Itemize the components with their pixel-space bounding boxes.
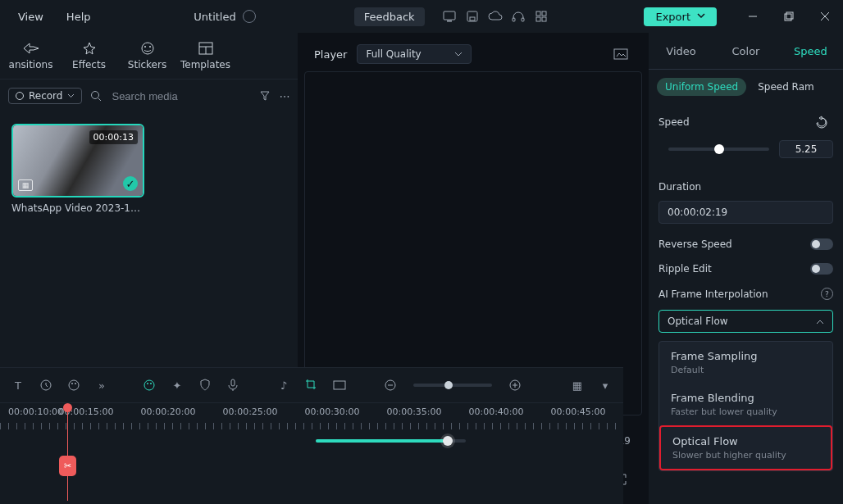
doc-status-icon [243,10,256,23]
search-icon [90,90,102,102]
playhead[interactable]: ✂ [67,406,68,501]
svg-point-24 [75,383,76,384]
layout-grid-icon[interactable]: ▦ [569,377,586,393]
svg-rect-28 [231,379,235,386]
menu-help[interactable]: Help [55,6,103,28]
svg-rect-3 [470,17,475,20]
speed-value[interactable]: 5.25 [779,140,833,158]
tab-transitions[interactable]: ansitions [2,41,60,70]
sparkle-icon[interactable]: ✦ [169,377,185,393]
ruler-label: 00:00:35:00 [386,406,441,417]
svg-line-20 [98,98,101,101]
interpolation-options: Frame Sampling Default Frame Blending Fa… [658,341,833,471]
svg-rect-11 [785,14,791,20]
chevron-down-icon [454,52,463,57]
duration-label: Duration [658,181,701,193]
media-clip[interactable]: 00:00:13 ▦ ✓ [11,124,144,198]
tab-color[interactable]: Color [713,45,778,57]
maximize-button[interactable] [777,5,800,28]
ruler-label: 00:00:25:00 [222,406,277,417]
svg-rect-35 [614,49,627,59]
headphones-icon[interactable] [507,5,530,28]
svg-rect-0 [444,11,455,20]
help-icon[interactable]: ? [821,288,833,300]
more-icon[interactable]: ⋯ [279,84,289,107]
ripple-toggle[interactable] [810,263,833,275]
ruler-label: 00:00:20:00 [140,406,195,417]
quality-select[interactable]: Full Quality [357,44,471,64]
record-dropdown[interactable]: Record [8,88,82,104]
filter-icon[interactable] [259,84,271,107]
document-title: Untitled [194,10,255,23]
zoom-out-icon[interactable] [382,377,399,393]
tab-effects[interactable]: Effects [60,41,118,70]
device-icon[interactable] [438,5,461,28]
option-frame-blending[interactable]: Frame Blending Faster but lower quality [659,384,832,425]
zoom-slider[interactable] [413,384,492,387]
zoom-in-icon[interactable] [507,377,523,393]
speed-slider[interactable] [668,148,769,151]
document-title-text: Untitled [194,11,235,23]
player-label: Player [314,48,347,61]
duration-input[interactable]: 00:00:02:19 [658,201,833,224]
mode-speed-ramp[interactable]: Speed Ram [753,78,819,96]
option-frame-sampling[interactable]: Frame Sampling Default [659,342,832,384]
search-input[interactable] [110,89,251,103]
clip-duration: 00:00:13 [89,130,138,144]
scissors-icon[interactable]: ✂ [59,456,76,476]
svg-point-15 [149,46,151,48]
svg-point-13 [142,43,153,54]
mic-icon[interactable] [225,377,241,393]
interpolation-select[interactable]: Optical Flow [658,310,833,333]
ruler-label: 00:00:45:00 [550,406,605,417]
preview-area [304,71,642,415]
svg-rect-2 [467,11,477,21]
close-button[interactable] [813,5,836,28]
ruler-label: 00:00:10:00 [8,406,63,417]
shield-icon[interactable] [197,377,213,393]
clock-icon[interactable] [38,377,54,393]
frame-icon[interactable] [331,377,348,393]
chevron-up-icon [816,319,824,325]
cloud-icon[interactable] [484,5,507,28]
timeline-ruler[interactable]: 00:00:10:00 00:00:15:00 00:00:20:00 00:0… [0,406,623,429]
mode-uniform-speed[interactable]: Uniform Speed [657,78,746,96]
music-icon[interactable]: ♪ [276,377,292,393]
svg-rect-12 [786,12,793,19]
feedback-button[interactable]: Feedback [354,7,425,26]
minimize-button[interactable] [741,5,764,28]
reverse-label: Reverse Speed [658,238,732,250]
svg-point-25 [144,380,154,390]
svg-point-22 [69,380,79,390]
more-icon[interactable]: » [93,377,110,393]
face-icon[interactable] [141,377,157,393]
snapshot-split-icon[interactable] [609,43,632,66]
chevron-down-icon [697,13,705,20]
svg-point-27 [150,383,152,384]
svg-point-19 [92,92,99,99]
svg-point-14 [144,46,146,48]
menu-view[interactable]: View [7,6,55,28]
reset-icon[interactable] [810,111,833,134]
reverse-toggle[interactable] [810,238,833,250]
svg-rect-29 [334,381,345,389]
tab-video[interactable]: Video [649,45,713,57]
grid-icon[interactable] [530,5,553,28]
text-tool-icon[interactable]: T [10,377,26,393]
timeline: T » ✦ ♪ ▦ ▾ 00:00:10:00 00:00:15:00 00:0… [0,367,623,504]
ai-interpolation-label: AI Frame Interpolation [658,288,768,300]
palette-icon[interactable] [66,377,82,393]
export-button[interactable]: Export [644,7,717,26]
svg-rect-8 [536,17,540,21]
save-icon[interactable] [461,5,484,28]
library-tabs: ansitions Effects Stickers Templates [0,33,298,79]
film-icon: ▦ [18,179,33,191]
tab-speed[interactable]: Speed [778,45,843,57]
tab-stickers[interactable]: Stickers [118,41,176,70]
progress-bar[interactable] [316,439,466,443]
option-optical-flow[interactable]: Optical Flow Slower but higher quality [659,425,832,470]
chevron-down-icon[interactable]: ▾ [597,377,613,393]
tab-templates[interactable]: Templates [176,41,235,70]
title-bar: View Help Untitled Feedback Export [0,0,843,33]
crop-tool-icon[interactable] [303,377,320,393]
